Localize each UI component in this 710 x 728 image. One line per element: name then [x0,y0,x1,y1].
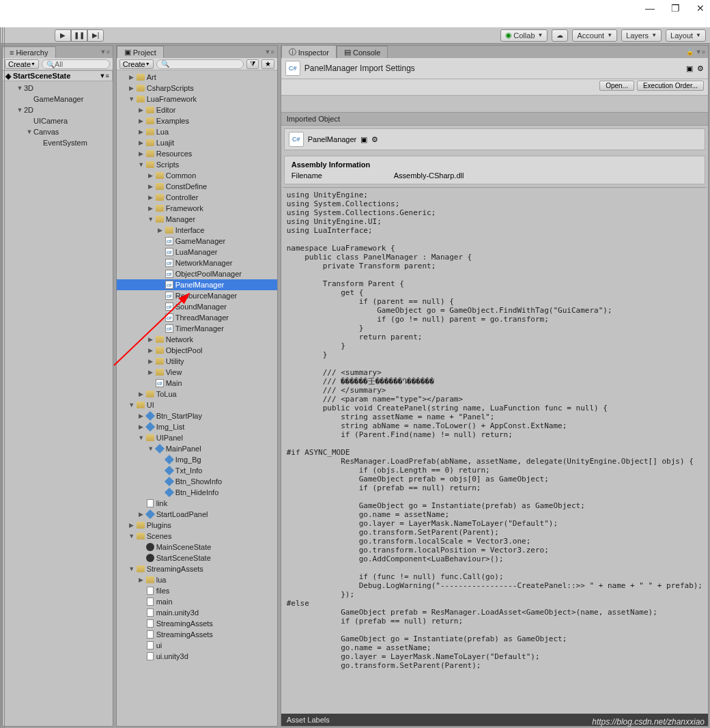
code-preview: using UnityEngine; using System.Collecti… [283,187,707,673]
project-item[interactable]: ▶Interface [117,225,277,236]
project-item[interactable]: ▶Resources [117,148,277,159]
hierarchy-item[interactable]: GameManager [2,94,113,104]
help-icon[interactable]: ▣ [360,135,367,144]
project-item[interactable]: ▶ConstDefine [117,181,277,192]
project-item[interactable]: ▶ToLua [117,389,277,400]
project-item[interactable]: files [117,585,277,596]
project-item[interactable]: ▶Btn_StartPlay [117,410,277,421]
project-item[interactable]: ▶StartLoadPanel [117,509,277,520]
editor-area: ▶ ❚❚ ▶| ◉Collab▼ ☁ Account▼ Layers▼ Layo… [0,27,710,728]
minimize-icon[interactable]: — [645,3,655,14]
project-item[interactable]: ▶Controller [117,192,277,203]
tab-console[interactable]: ▤Console [337,46,388,58]
account-button[interactable]: Account▼ [572,29,617,42]
top-toolbar: ▶ ❚❚ ▶| ◉Collab▼ ☁ Account▼ Layers▼ Layo… [0,27,710,44]
project-item[interactable]: main.unity3d [117,607,277,618]
gear-icon[interactable]: ⚙ [371,135,378,144]
help-icon[interactable]: ▣ [686,64,693,73]
object-name: PanelManager [308,135,357,143]
project-item[interactable]: ui.unity3d [117,651,277,662]
hierarchy-item[interactable]: ▼Canvas [2,126,113,137]
scene-header[interactable]: ◈StartSceneState▼≡ [2,70,113,81]
hierarchy-item[interactable]: EventSystem [2,137,113,148]
project-item[interactable]: ▼Manager [117,214,277,225]
create-button[interactable]: Create ▼ [5,59,39,69]
project-item[interactable]: StartSceneState [117,552,277,563]
create-button[interactable]: Create ▼ [119,59,154,69]
project-item[interactable]: ▶Img_List [117,421,277,432]
close-icon[interactable]: ✕ [696,3,705,14]
project-item[interactable]: ui [117,640,277,651]
project-item[interactable]: StreamingAssets [117,629,277,640]
project-item[interactable]: c#Main [117,378,277,389]
project-item[interactable]: ▼Scripts [117,159,277,170]
project-item[interactable]: Btn_ShowInfo [117,476,277,487]
watermark: https://blog.csdn.net/zhanxxiao [592,717,705,727]
assembly-info: Assembly Information FilenameAssembly-CS… [284,156,705,184]
project-item[interactable]: Btn_HideInfo [117,487,277,498]
hierarchy-item[interactable]: UICamera [2,115,113,126]
hierarchy-panel: ≡Hierarchy▼≡ Create ▼ 🔍All ◈StartSceneSt… [1,45,113,727]
layers-button[interactable]: Layers▼ [621,29,662,42]
layout-button[interactable]: Layout▼ [666,29,706,42]
project-item[interactable]: ▶Plugins [117,520,277,531]
tab-project[interactable]: ▣Project [117,46,164,58]
project-item[interactable]: c#GameManager [117,236,277,247]
project-item[interactable]: c#TimerManager [117,323,277,334]
project-panel: ▣Project▼≡ Create ▼ 🔍 ⧩ ★ ▶Art▶CsharpScr… [116,45,278,727]
hierarchy-item[interactable]: ▼3D [2,83,113,94]
cloud-button[interactable]: ☁ [552,29,568,42]
project-item[interactable]: ▶Lua [117,126,277,137]
execution-order-button[interactable]: Execution Order... [637,81,704,91]
star-icon[interactable]: ★ [261,59,274,69]
filter-icon[interactable]: ⧩ [246,59,259,69]
step-button[interactable]: ▶| [87,29,104,42]
open-button[interactable]: Open... [599,81,634,91]
maximize-icon[interactable]: ❐ [671,3,680,14]
tab-hierarchy[interactable]: ≡Hierarchy [2,46,56,58]
project-item[interactable]: Txt_Info [117,465,277,476]
tab-inspector[interactable]: ⓘInspector [281,45,337,59]
imported-object-header: Imported Object [281,112,708,126]
project-item[interactable]: ▶Art [117,72,277,83]
inspector-panel: ⓘInspector ▤Console 🔒 ▼≡ C# PanelManager… [281,45,709,727]
gear-icon[interactable]: ⚙ [697,64,704,73]
project-item[interactable]: c#ResourceManager [117,290,277,301]
project-item[interactable]: ▼LuaFramework [117,94,277,104]
project-item[interactable]: c#ThreadManager [117,312,277,323]
project-item[interactable]: ▶Framework [117,203,277,214]
collab-button[interactable]: ◉Collab▼ [500,29,548,42]
pause-button[interactable]: ❚❚ [71,29,87,42]
project-item[interactable]: StreamingAssets [117,618,277,629]
project-item[interactable]: c#ObjectPoolManager [117,268,277,279]
hierarchy-search[interactable]: 🔍All [42,59,110,69]
project-item[interactable]: ▼Scenes [117,531,277,542]
project-item[interactable]: link [117,498,277,509]
project-item[interactable]: ▼MainPanel [117,443,277,454]
project-item[interactable]: ▶CsharpScripts [117,83,277,94]
project-item[interactable]: ▶Utility [117,356,277,367]
project-item[interactable]: main [117,596,277,607]
play-button[interactable]: ▶ [55,29,71,42]
project-item[interactable]: ▶ObjectPool [117,345,277,356]
project-item[interactable]: ▼UI [117,400,277,410]
project-item[interactable]: ▶View [117,367,277,378]
project-item[interactable]: ▶lua [117,574,277,585]
project-item[interactable]: c#SoundManager [117,301,277,312]
project-tree[interactable]: ▶Art▶CsharpScripts▼LuaFramework▶Editor▶E… [117,70,277,726]
project-item[interactable]: MainSceneState [117,542,277,552]
project-item[interactable]: ▶Examples [117,115,277,126]
project-item[interactable]: ▶Editor [117,104,277,115]
project-search[interactable]: 🔍 [156,59,244,69]
project-item[interactable]: ▼StreamingAssets [117,563,277,574]
project-item[interactable]: c#NetworkManager [117,257,277,268]
hierarchy-tree[interactable]: ▼3DGameManager▼2DUICamera▼CanvasEventSys… [2,81,113,726]
project-item[interactable]: ▶Luajit [117,137,277,148]
project-item[interactable]: c#LuaManager [117,247,277,257]
project-item[interactable]: ▼UIPanel [117,432,277,443]
project-item[interactable]: ▶Network [117,334,277,345]
project-item[interactable]: c#PanelManager [117,279,277,290]
project-item[interactable]: ▶Common [117,170,277,181]
hierarchy-item[interactable]: ▼2D [2,104,113,115]
project-item[interactable]: Img_Bg [117,454,277,465]
